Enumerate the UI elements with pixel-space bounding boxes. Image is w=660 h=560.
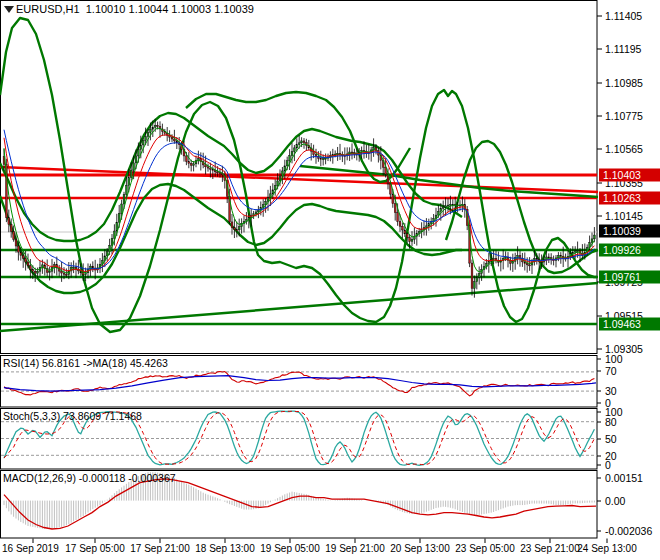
symbol-dropdown-icon[interactable] <box>4 6 14 13</box>
time-tick-label: 19 Sep 05:00 <box>260 543 320 554</box>
price-level-badge: 1.10039 <box>599 225 660 238</box>
time-tick-label: 23 Sep 21:00 <box>520 543 580 554</box>
price-level-badge: 1.10403 <box>599 169 660 182</box>
rsi-tick-label: 100 <box>605 353 623 365</box>
time-tick-label: 24 Sep 13:00 <box>577 543 637 554</box>
stoch-tick-label: 50 <box>605 433 617 445</box>
price-tick-label: 1.10565 <box>605 143 643 155</box>
stoch-indicator-label: Stoch(5,3,3) 73.8609 71.1468 <box>3 410 142 422</box>
time-tick-label: 20 Sep 13:00 <box>390 543 450 554</box>
stoch-tick-label: 0 <box>605 459 611 471</box>
chart-title: EURUSD,H1 1.10010 1.10044 1.10003 1.1003… <box>16 3 254 15</box>
chart-window: EURUSD,H1 1.10010 1.10044 1.10003 1.1003… <box>0 0 660 560</box>
price-level-badge: 1.09463 <box>599 318 660 331</box>
chart-title-symbol: EURUSD,H1 <box>16 3 80 15</box>
time-tick-label: 16 Sep 2019 <box>2 543 59 554</box>
time-tick-label: 17 Sep 05:00 <box>65 543 125 554</box>
macd-tick-label: 0.00151 <box>605 472 643 484</box>
rsi-indicator-label: RSI(14) 56.8161 ->MA(18) 45.4263 <box>3 357 168 369</box>
price-tick-label: 1.11405 <box>605 10 642 22</box>
time-tick-label: 18 Sep 13:00 <box>195 543 255 554</box>
price-tick-label: 1.10775 <box>605 110 643 122</box>
time-tick-label: 17 Sep 21:00 <box>130 543 190 554</box>
time-tick-label: 19 Sep 21:00 <box>325 543 385 554</box>
macd-tick-label: -0.002036 <box>605 525 652 537</box>
macd-tick-label: 0.00 <box>605 495 625 507</box>
price-level-badge: 1.09926 <box>599 244 660 257</box>
chart-title-ohlc: 1.10010 1.10044 1.10003 1.10039 <box>86 3 254 15</box>
rsi-tick-label: 30 <box>605 385 617 397</box>
price-tick-label: 1.10985 <box>605 77 643 89</box>
time-tick-label: 23 Sep 05:00 <box>455 543 515 554</box>
price-level-badge: 1.10263 <box>599 192 660 205</box>
macd-indicator-label: MACD(12,26,9) -0.000118 -0.000367 <box>3 472 176 484</box>
rsi-tick-label: 70 <box>605 365 617 377</box>
stoch-tick-label: 80 <box>605 416 617 428</box>
price-tick-label: 1.11195 <box>605 43 641 55</box>
price-level-badge: 1.09761 <box>599 271 660 284</box>
price-tick-label: 1.10145 <box>605 210 643 222</box>
